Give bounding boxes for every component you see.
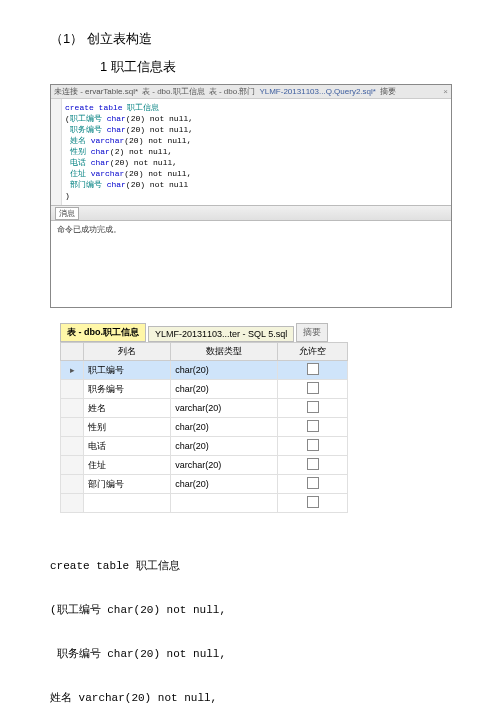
table-row[interactable]: 住址varchar(20) (61, 456, 348, 475)
table-row[interactable]: 姓名varchar(20) (61, 399, 348, 418)
col-name-cell[interactable]: 性别 (84, 418, 171, 437)
col-name-cell[interactable]: 部门编号 (84, 475, 171, 494)
messages-tab[interactable]: 消息 (55, 207, 79, 220)
header-key (61, 343, 84, 361)
row-indicator: ▸ (61, 361, 84, 380)
designer-tab-bar: 表 - dbo.职工信息 YLMF-20131103...ter - SQL 5… (60, 323, 348, 342)
table-designer: 表 - dbo.职工信息 YLMF-20131103...ter - SQL 5… (60, 323, 348, 513)
table-row[interactable]: 电话char(20) (61, 437, 348, 456)
designer-tab-active[interactable]: 表 - dbo.职工信息 (60, 323, 146, 342)
table-row[interactable]: ▸职工编号char(20) (61, 361, 348, 380)
allow-null-cell[interactable] (278, 437, 348, 456)
col-type-cell[interactable]: char(20) (171, 437, 278, 456)
row-indicator (61, 437, 84, 456)
tab-unconnected[interactable]: 未连接 - ervarTable.sql* (54, 86, 138, 97)
allow-null-cell[interactable] (278, 361, 348, 380)
checkbox-icon[interactable] (307, 439, 319, 451)
row-indicator (61, 475, 84, 494)
checkbox-icon[interactable] (307, 382, 319, 394)
ssms-window: 未连接 - ervarTable.sql* 表 - dbo.职工信息 表 - d… (50, 84, 452, 308)
tab-summary[interactable]: 摘要 (380, 86, 396, 97)
editor-tab-bar: 未连接 - ervarTable.sql* 表 - dbo.职工信息 表 - d… (51, 85, 451, 99)
table-row[interactable] (61, 494, 348, 513)
allow-null-cell[interactable] (278, 399, 348, 418)
table-row[interactable]: 职务编号char(20) (61, 380, 348, 399)
allow-null-cell[interactable] (278, 380, 348, 399)
col-name-cell[interactable]: 姓名 (84, 399, 171, 418)
header-null: 允许空 (278, 343, 348, 361)
subsection-heading: 1 职工信息表 (100, 58, 450, 76)
allow-null-cell[interactable] (278, 475, 348, 494)
results-split-bar: 消息 (51, 205, 451, 221)
sql-editor[interactable]: create table 职工信息 (职工编号 char(20) not nul… (51, 99, 451, 205)
tab-table-employee[interactable]: 表 - dbo.职工信息 (142, 86, 205, 97)
col-name-cell[interactable]: 电话 (84, 437, 171, 456)
row-indicator (61, 418, 84, 437)
col-type-cell[interactable]: char(20) (171, 380, 278, 399)
col-type-cell[interactable]: varchar(20) (171, 456, 278, 475)
row-indicator (61, 456, 84, 475)
checkbox-icon[interactable] (307, 363, 319, 375)
col-type-cell[interactable]: char(20) (171, 361, 278, 380)
col-name-cell[interactable]: 职务编号 (84, 380, 171, 399)
table-row[interactable]: 性别char(20) (61, 418, 348, 437)
designer-tab-summary[interactable]: 摘要 (296, 323, 328, 342)
row-indicator (61, 380, 84, 399)
columns-grid[interactable]: 列名 数据类型 允许空 ▸职工编号char(20)职务编号char(20)姓名v… (60, 342, 348, 513)
checkbox-icon[interactable] (307, 458, 319, 470)
messages-pane: 命令已成功完成。 (51, 221, 451, 307)
allow-null-cell[interactable] (278, 418, 348, 437)
allow-null-cell[interactable] (278, 456, 348, 475)
close-icon[interactable]: × (443, 87, 448, 96)
checkbox-icon[interactable] (307, 401, 319, 413)
checkbox-icon[interactable] (307, 477, 319, 489)
header-name: 列名 (84, 343, 171, 361)
col-name-cell[interactable]: 职工编号 (84, 361, 171, 380)
col-type-cell[interactable]: varchar(20) (171, 399, 278, 418)
tab-query2[interactable]: YLMF-20131103...Q.Query2.sql* (259, 87, 376, 96)
col-type-cell[interactable]: char(20) (171, 418, 278, 437)
checkbox-icon[interactable] (307, 420, 319, 432)
col-type-cell[interactable]: char(20) (171, 475, 278, 494)
table-row[interactable]: 部门编号char(20) (61, 475, 348, 494)
header-type: 数据类型 (171, 343, 278, 361)
section-heading: （1） 创立表构造 (50, 30, 450, 48)
col-name-cell[interactable]: 住址 (84, 456, 171, 475)
row-indicator (61, 399, 84, 418)
code-snippet: create table 职工信息 (职工编号 char(20) not nul… (50, 533, 450, 707)
designer-tab-inactive[interactable]: YLMF-20131103...ter - SQL 5.sql (148, 326, 294, 342)
tab-table-dept[interactable]: 表 - dbo.部门 (209, 86, 256, 97)
